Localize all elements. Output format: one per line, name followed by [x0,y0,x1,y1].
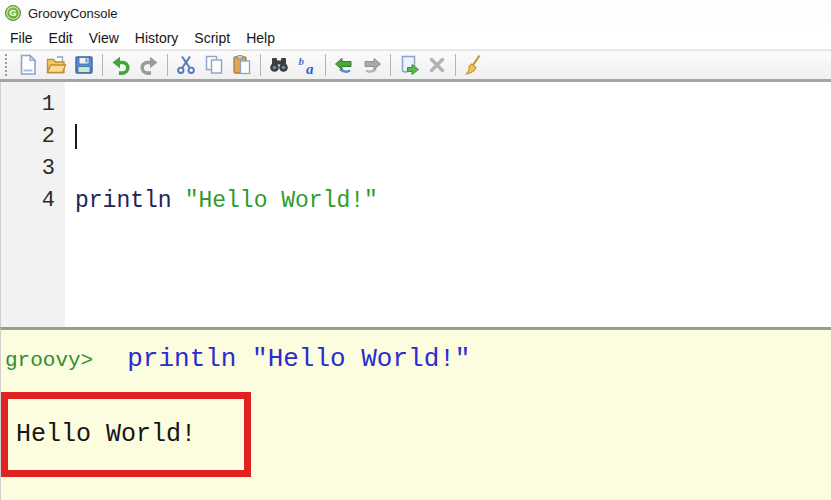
line-number: 3 [1,153,65,185]
history-next-icon [360,53,384,77]
find-button[interactable] [265,51,293,79]
interrupt-x-icon [425,53,449,77]
line-number: 2 [1,121,65,153]
menu-item-help[interactable]: Help [238,28,283,48]
save-file-button[interactable] [70,51,98,79]
red-highlight-box: Hello World! [1,392,251,477]
clear-output-broom-icon [462,53,486,77]
cut-icon [174,53,198,77]
menu-bar: File Edit View History Script Help [0,26,831,50]
undo-button[interactable] [107,51,135,79]
undo-icon [109,53,133,77]
paste-icon [230,53,254,77]
line-number: 1 [1,89,65,121]
line-number: 4 [1,185,65,217]
menu-item-view[interactable]: View [81,28,127,48]
toolbar-grip-handle[interactable] [4,53,9,77]
output-echo-line: groovy>println "Hello World!" [1,330,831,374]
toolbar: b a [0,50,831,82]
echoed-code: println "Hello World!" [127,344,470,374]
code-keyword: println [75,188,172,214]
code-line-1 [75,89,831,121]
menu-item-edit[interactable]: Edit [41,28,81,48]
history-previous-button[interactable] [330,51,358,79]
code-line-3 [75,153,831,185]
title-bar: G GroovyConsole [0,0,831,26]
toolbar-separator [325,54,326,76]
paste-button[interactable] [228,51,256,79]
output-panel[interactable]: groovy>println "Hello World!" Hello Worl… [0,327,831,500]
code-area[interactable]: println"Hello World!" [65,82,831,327]
new-file-button[interactable] [14,51,42,79]
svg-text:b: b [299,55,305,67]
code-line-4: println"Hello World!" [75,185,831,217]
toolbar-separator [260,54,261,76]
groovy-logo-icon: G [5,5,21,21]
toolbar-separator [390,54,391,76]
cut-button[interactable] [172,51,200,79]
toolbar-separator [167,54,168,76]
groovy-prompt: groovy> [5,349,93,372]
svg-text:a: a [306,61,314,77]
toolbar-separator [455,54,456,76]
history-previous-icon [332,53,356,77]
history-next-button [358,51,386,79]
replace-icon: b a [295,53,319,77]
copy-button[interactable] [200,51,228,79]
execute-script-icon [397,53,421,77]
window-title: GroovyConsole [28,6,118,21]
find-binoculars-icon [267,53,291,77]
code-line-2 [75,121,831,153]
replace-button[interactable]: b a [293,51,321,79]
line-number-gutter: 1 2 3 4 [1,82,65,327]
save-icon [72,53,96,77]
open-file-button[interactable] [42,51,70,79]
output-result-text: Hello World! [16,420,196,449]
new-file-icon [16,53,40,77]
execute-script-button[interactable] [395,51,423,79]
menu-item-script[interactable]: Script [186,28,238,48]
groovy-console-window: G GroovyConsole File Edit View History S… [0,0,831,500]
text-caret [75,124,77,149]
redo-icon [137,53,161,77]
menu-item-file[interactable]: File [2,28,41,48]
interrupt-script-button [423,51,451,79]
redo-button [135,51,163,79]
code-string-literal: "Hello World!" [185,188,378,214]
editor-panel[interactable]: 1 2 3 4 println"Hello World!" [0,82,831,327]
open-file-icon [44,53,68,77]
copy-icon [202,53,226,77]
clear-output-button[interactable] [460,51,488,79]
menu-item-history[interactable]: History [127,28,187,48]
toolbar-separator [102,54,103,76]
